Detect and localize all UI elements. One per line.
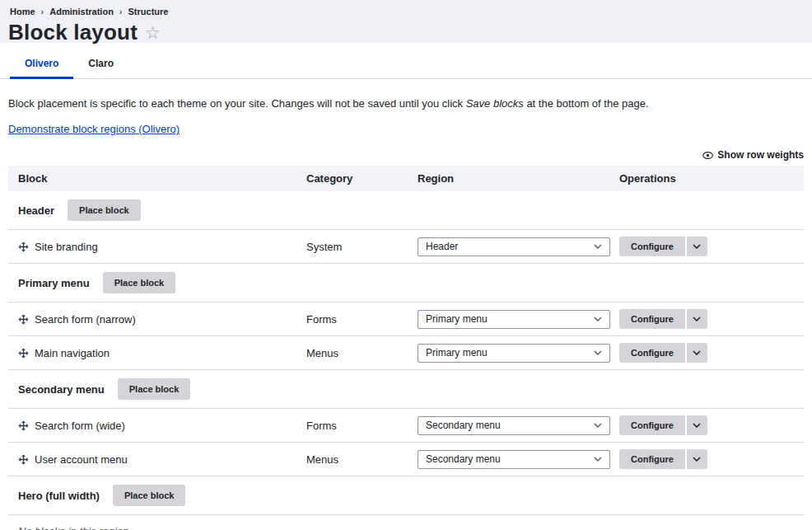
chevron-down-icon bbox=[693, 244, 701, 249]
block-name: Main navigation bbox=[35, 347, 110, 359]
breadcrumb-separator: › bbox=[41, 7, 44, 16]
chevron-down-icon bbox=[594, 350, 602, 355]
column-header-block: Block bbox=[8, 166, 296, 191]
configure-button[interactable]: Configure bbox=[619, 237, 685, 256]
chevron-down-icon bbox=[594, 423, 602, 428]
drag-handle-icon[interactable] bbox=[18, 420, 29, 431]
table-header-row: Block Category Region Operations bbox=[8, 166, 804, 191]
breadcrumb: Home›Administration›Structure bbox=[8, 7, 804, 16]
block-category: Menus bbox=[296, 443, 408, 476]
column-header-category: Category bbox=[296, 166, 408, 191]
main-content: Block placement is specific to each them… bbox=[0, 96, 812, 530]
chevron-down-icon bbox=[693, 423, 701, 428]
tab-claro[interactable]: Claro bbox=[73, 49, 128, 79]
block-category: Forms bbox=[296, 409, 408, 443]
region-row-primary-menu: Primary menu Place block bbox=[8, 264, 804, 303]
region-title: Header bbox=[18, 204, 54, 217]
block-row-search-form-narrow: Search form (narrow) Forms Primary menu … bbox=[8, 303, 804, 336]
block-name: Site branding bbox=[35, 241, 98, 253]
drag-handle-icon[interactable] bbox=[18, 454, 29, 465]
breadcrumb-separator: › bbox=[119, 7, 123, 16]
block-category: System bbox=[296, 230, 408, 264]
block-layout-page: Home›Administration›Structure Block layo… bbox=[0, 0, 812, 530]
operations-toggle-button[interactable] bbox=[687, 343, 707, 363]
operations-toggle-button[interactable] bbox=[687, 309, 707, 329]
eye-icon bbox=[702, 152, 713, 159]
block-layout-table: Block Category Region Operations Header … bbox=[8, 166, 804, 530]
demonstrate-regions-link[interactable]: Demonstrate block regions (Olivero) bbox=[8, 123, 180, 135]
place-block-button[interactable]: Place block bbox=[113, 485, 186, 506]
block-row-search-form-wide: Search form (wide) Forms Secondary menu … bbox=[8, 409, 804, 443]
region-select[interactable]: Header bbox=[418, 237, 610, 256]
favorite-star-icon[interactable]: ☆ bbox=[145, 24, 161, 41]
breadcrumb-home[interactable]: Home bbox=[10, 7, 35, 16]
breadcrumb-administration[interactable]: Administration bbox=[49, 7, 114, 16]
drag-handle-icon[interactable] bbox=[18, 242, 29, 252]
chevron-down-icon bbox=[693, 457, 701, 462]
place-block-button[interactable]: Place block bbox=[103, 272, 176, 293]
chevron-down-icon bbox=[594, 317, 602, 321]
column-header-operations: Operations bbox=[609, 166, 804, 191]
theme-tabs: Olivero Claro bbox=[0, 49, 812, 79]
configure-button[interactable]: Configure bbox=[619, 449, 685, 469]
operations-toggle-button[interactable] bbox=[687, 415, 707, 435]
configure-button[interactable]: Configure bbox=[619, 309, 685, 329]
tab-olivero[interactable]: Olivero bbox=[10, 49, 73, 79]
block-row-user-account-menu: User account menu Menus Secondary menu C… bbox=[8, 443, 804, 476]
region-row-secondary-menu: Secondary menu Place block bbox=[8, 370, 804, 409]
page-title: Block layout bbox=[8, 20, 138, 45]
operations-dropbutton: Configure bbox=[619, 449, 707, 469]
place-block-button[interactable]: Place block bbox=[118, 378, 191, 400]
block-name: Search form (narrow) bbox=[35, 313, 136, 326]
help-text: Block placement is specific to each them… bbox=[8, 96, 804, 111]
block-name: Search form (wide) bbox=[35, 420, 125, 432]
show-row-weights-label: Show row weights bbox=[717, 149, 804, 161]
place-block-button[interactable]: Place block bbox=[68, 199, 141, 221]
breadcrumb-structure[interactable]: Structure bbox=[128, 7, 169, 16]
empty-region-message: No blocks in this region bbox=[8, 515, 804, 530]
operations-dropbutton: Configure bbox=[619, 415, 707, 435]
region-select[interactable]: Primary menu bbox=[418, 344, 610, 363]
configure-button[interactable]: Configure bbox=[619, 415, 685, 435]
block-row-site-branding: Site branding System Header Configure bbox=[8, 230, 804, 264]
configure-button[interactable]: Configure bbox=[619, 343, 685, 363]
block-row-main-navigation: Main navigation Menus Primary menu Confi… bbox=[8, 336, 804, 370]
column-header-region: Region bbox=[408, 166, 609, 191]
region-row-header: Header Place block bbox=[8, 191, 804, 230]
region-title: Primary menu bbox=[18, 277, 90, 289]
empty-region-row: No blocks in this region bbox=[8, 515, 804, 530]
operations-dropbutton: Configure bbox=[619, 343, 707, 363]
chevron-down-icon bbox=[693, 350, 701, 355]
chevron-down-icon bbox=[693, 317, 701, 321]
chevron-down-icon bbox=[594, 244, 602, 249]
drag-handle-icon[interactable] bbox=[18, 314, 29, 325]
region-title: Hero (full width) bbox=[18, 490, 100, 502]
region-select[interactable]: Secondary menu bbox=[418, 450, 610, 469]
block-category: Menus bbox=[296, 336, 408, 370]
operations-dropbutton: Configure bbox=[619, 309, 707, 329]
region-select[interactable]: Primary menu bbox=[418, 310, 610, 329]
operations-dropbutton: Configure bbox=[619, 237, 707, 256]
show-row-weights-toggle[interactable]: Show row weights bbox=[8, 149, 804, 161]
operations-toggle-button[interactable] bbox=[687, 237, 707, 256]
block-category: Forms bbox=[296, 303, 408, 336]
chevron-down-icon bbox=[594, 457, 602, 462]
region-select[interactable]: Secondary menu bbox=[418, 416, 610, 435]
region-title: Secondary menu bbox=[18, 383, 105, 396]
page-header: Home›Administration›Structure Block layo… bbox=[0, 0, 812, 43]
drag-handle-icon[interactable] bbox=[18, 348, 29, 359]
operations-toggle-button[interactable] bbox=[687, 449, 707, 469]
block-name: User account menu bbox=[35, 453, 128, 466]
region-row-hero: Hero (full width) Place block bbox=[8, 476, 804, 515]
